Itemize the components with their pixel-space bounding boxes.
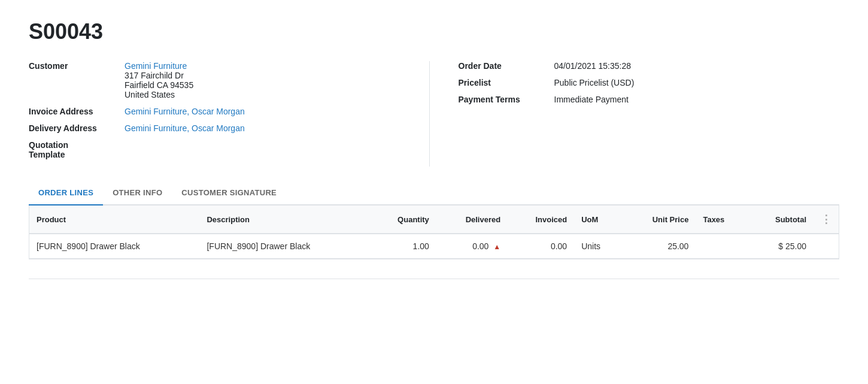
col-header-subtotal: Subtotal — [748, 205, 814, 234]
delivery-address-link[interactable]: Gemini Furniture, Oscar Morgan — [125, 123, 245, 133]
cell-taxes — [696, 234, 748, 259]
info-left: Customer Gemini Furniture 317 Fairchild … — [29, 61, 430, 167]
customer-name-link[interactable]: Gemini Furniture — [125, 61, 187, 71]
col-header-taxes: Taxes — [696, 205, 748, 234]
delivery-address-label: Delivery Address — [29, 123, 125, 133]
address-line2: Fairfield CA 94535 — [125, 80, 193, 90]
cell-unit-price: 25.00 — [623, 234, 696, 259]
col-header-invoiced: Invoiced — [508, 205, 574, 234]
pricelist-row: Pricelist Public Pricelist (USD) — [459, 78, 840, 87]
col-header-description: Description — [199, 205, 369, 234]
customer-value: Gemini Furniture 317 Fairchild Dr Fairfi… — [125, 61, 193, 99]
col-header-menu[interactable]: ⋮ — [814, 205, 839, 234]
order-lines-table-wrapper: Product Description Quantity Delivered I… — [29, 205, 839, 259]
bottom-border — [29, 279, 839, 279]
cell-delivered: 0.00 ▲ — [436, 234, 508, 259]
pricelist-label: Pricelist — [459, 78, 554, 87]
table-header-row: Product Description Quantity Delivered I… — [29, 205, 839, 234]
order-lines-table: Product Description Quantity Delivered I… — [29, 205, 839, 259]
order-date-label: Order Date — [459, 61, 554, 71]
order-date-value: 04/01/2021 15:35:28 — [554, 61, 631, 71]
invoice-address-label: Invoice Address — [29, 107, 125, 116]
cell-uom: Units — [574, 234, 623, 259]
pricelist-value: Public Pricelist (USD) — [554, 78, 635, 87]
cell-description: [FURN_8900] Drawer Black — [199, 234, 369, 259]
column-settings-icon[interactable]: ⋮ — [821, 213, 831, 225]
tab-other-info[interactable]: OTHER INFO — [103, 181, 172, 205]
cell-invoiced: 0.00 — [508, 234, 574, 259]
payment-terms-label: Payment Terms — [459, 95, 554, 104]
cell-quantity: 1.00 — [370, 234, 436, 259]
table-row: [FURN_8900] Drawer Black [FURN_8900] Dra… — [29, 234, 839, 259]
forecast-warning-icon: ▲ — [493, 243, 500, 251]
payment-terms-value: Immediate Payment — [554, 95, 629, 104]
address-line3: United States — [125, 90, 193, 99]
customer-row: Customer Gemini Furniture 317 Fairchild … — [29, 61, 410, 99]
tab-order-lines[interactable]: ORDER LINES — [29, 181, 103, 205]
info-section: Customer Gemini Furniture 317 Fairchild … — [29, 61, 839, 167]
quotation-template-row: QuotationTemplate — [29, 140, 410, 159]
tab-customer-signature[interactable]: CUSTOMER SIGNATURE — [172, 181, 286, 205]
tabs-container: ORDER LINES OTHER INFO CUSTOMER SIGNATUR… — [29, 181, 839, 205]
col-header-unit-price: Unit Price — [623, 205, 696, 234]
col-header-quantity: Quantity — [370, 205, 436, 234]
info-right: Order Date 04/01/2021 15:35:28 Pricelist… — [430, 61, 840, 167]
page-container: S00043 Customer Gemini Furniture 317 Fai… — [0, 0, 868, 298]
address-line1: 317 Fairchild Dr — [125, 71, 193, 80]
quotation-template-label: QuotationTemplate — [29, 140, 125, 159]
customer-label: Customer — [29, 61, 125, 71]
payment-terms-row: Payment Terms Immediate Payment — [459, 95, 840, 104]
order-title: S00043 — [29, 19, 839, 44]
invoice-address-value: Gemini Furniture, Oscar Morgan — [125, 107, 245, 116]
cell-subtotal: $ 25.00 — [748, 234, 814, 259]
order-date-row: Order Date 04/01/2021 15:35:28 — [459, 61, 840, 71]
invoice-address-row: Invoice Address Gemini Furniture, Oscar … — [29, 107, 410, 116]
delivery-address-value: Gemini Furniture, Oscar Morgan — [125, 123, 245, 133]
cell-product: [FURN_8900] Drawer Black — [29, 234, 199, 259]
col-header-uom: UoM — [574, 205, 623, 234]
cell-row-menu — [814, 234, 839, 259]
col-header-product: Product — [29, 205, 199, 234]
invoice-address-link[interactable]: Gemini Furniture, Oscar Morgan — [125, 107, 245, 116]
col-header-delivered: Delivered — [436, 205, 508, 234]
delivery-address-row: Delivery Address Gemini Furniture, Oscar… — [29, 123, 410, 133]
